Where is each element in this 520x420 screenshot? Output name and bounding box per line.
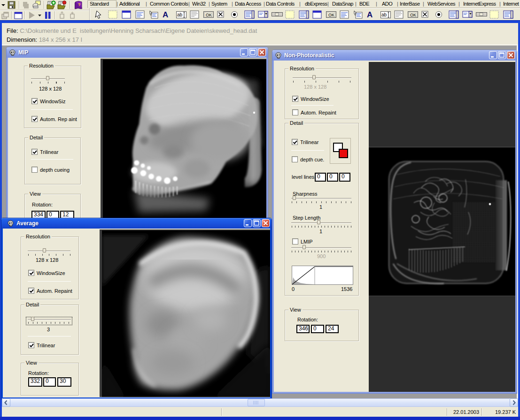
svg-text:?: ?: [78, 2, 81, 7]
svg-text:ab: ab: [177, 12, 183, 17]
svg-text:OK: OK: [328, 13, 334, 17]
svg-text:ab: ab: [381, 12, 387, 17]
svg-text:OK: OK: [410, 13, 416, 17]
svg-text:OK: OK: [206, 13, 212, 17]
